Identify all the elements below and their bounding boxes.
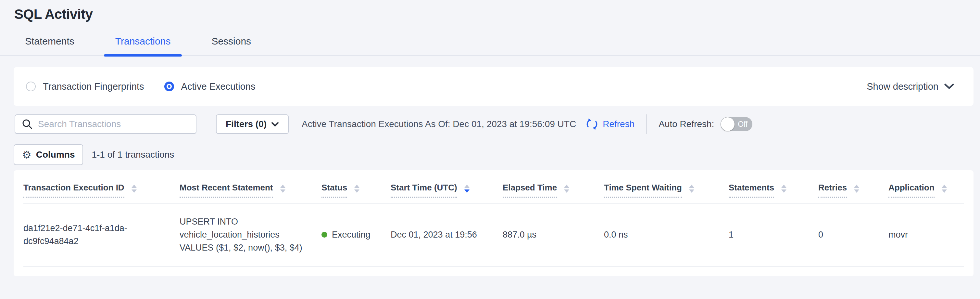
cell-most-recent-statement: UPSERT INTO vehicle_location_histories V… bbox=[180, 203, 321, 266]
as-of-timestamp: Active Transaction Executions As Of: Dec… bbox=[302, 119, 576, 130]
sort-icon bbox=[564, 185, 569, 193]
radio-selected-icon bbox=[164, 82, 174, 91]
column-label: Retries bbox=[818, 183, 847, 198]
sort-icon bbox=[132, 185, 137, 193]
column-header-start-time[interactable]: Start Time (UTC) bbox=[391, 178, 503, 203]
refresh-label: Refresh bbox=[603, 119, 635, 130]
column-label: Application bbox=[888, 183, 935, 198]
columns-label: Columns bbox=[36, 149, 75, 160]
radio-unselected-icon bbox=[26, 82, 36, 91]
radio-transaction-fingerprints[interactable]: Transaction Fingerprints bbox=[26, 81, 144, 92]
column-header-elapsed-time[interactable]: Elapsed Time bbox=[503, 178, 604, 203]
column-header-transaction-execution-id[interactable]: Transaction Execution ID bbox=[23, 178, 180, 203]
sort-icon bbox=[354, 185, 360, 193]
gear-icon: ⚙ bbox=[22, 149, 32, 160]
show-description-label: Show description bbox=[867, 81, 939, 92]
cell-transaction-execution-id[interactable]: da1f21e2-de71-4c1f-a1da-dc9fc94a84a2 bbox=[23, 203, 180, 266]
columns-button[interactable]: ⚙ Columns bbox=[14, 144, 83, 165]
radio-active-executions[interactable]: Active Executions bbox=[164, 81, 256, 92]
column-label: Time Spent Waiting bbox=[604, 183, 682, 198]
result-count: 1-1 of 1 transactions bbox=[92, 149, 174, 160]
column-label: Status bbox=[321, 183, 347, 198]
sort-icon bbox=[689, 185, 694, 193]
divider bbox=[646, 114, 647, 134]
column-header-most-recent-statement[interactable]: Most Recent Statement bbox=[180, 178, 321, 203]
view-mode-card: Transaction Fingerprints Active Executio… bbox=[14, 67, 974, 106]
cell-elapsed-time: 887.0 µs bbox=[503, 203, 604, 266]
cell-time-spent-waiting: 0.0 ns bbox=[604, 203, 729, 266]
cell-retries: 0 bbox=[818, 203, 888, 266]
transactions-table-card: Transaction Execution ID Most Recent Sta… bbox=[14, 170, 974, 276]
column-label: Elapsed Time bbox=[503, 183, 557, 198]
column-label: Start Time (UTC) bbox=[391, 183, 457, 198]
show-description-toggle[interactable]: Show description bbox=[867, 81, 954, 92]
refresh-button[interactable]: Refresh bbox=[585, 117, 635, 131]
transactions-table: Transaction Execution ID Most Recent Sta… bbox=[23, 178, 964, 267]
column-label: Statements bbox=[729, 183, 774, 198]
table-controls: ⚙ Columns 1-1 of 1 transactions bbox=[14, 144, 974, 165]
tab-statements[interactable]: Statements bbox=[14, 36, 86, 55]
status-executing-dot-icon bbox=[321, 232, 327, 238]
auto-refresh-toggle[interactable]: Off bbox=[721, 117, 752, 131]
cell-start-time: Dec 01, 2023 at 19:56 bbox=[391, 203, 503, 266]
radio-label: Transaction Fingerprints bbox=[43, 81, 144, 92]
auto-refresh-label: Auto Refresh: bbox=[659, 119, 714, 130]
status-label: Executing bbox=[332, 228, 371, 241]
cell-status: Executing bbox=[321, 203, 391, 266]
filters-button[interactable]: Filters (0) bbox=[216, 114, 289, 134]
sort-icon bbox=[854, 185, 859, 193]
sort-icon bbox=[280, 185, 285, 193]
table-header-row: Transaction Execution ID Most Recent Sta… bbox=[23, 178, 964, 203]
tab-sessions[interactable]: Sessions bbox=[200, 36, 262, 55]
search-input[interactable] bbox=[38, 119, 189, 130]
column-header-retries[interactable]: Retries bbox=[818, 178, 888, 203]
column-label: Most Recent Statement bbox=[180, 183, 273, 198]
chevron-down-icon bbox=[271, 122, 279, 127]
tab-transactions[interactable]: Transactions bbox=[104, 36, 182, 55]
chevron-down-icon bbox=[944, 83, 954, 90]
radio-label: Active Executions bbox=[181, 81, 256, 92]
page-title: SQL Activity bbox=[14, 6, 980, 22]
column-header-application[interactable]: Application bbox=[888, 178, 964, 203]
refresh-icon bbox=[585, 117, 599, 131]
column-header-status[interactable]: Status bbox=[321, 178, 391, 203]
sort-icon-active-desc bbox=[465, 185, 469, 193]
cell-statements: 1 bbox=[729, 203, 818, 266]
column-header-time-spent-waiting[interactable]: Time Spent Waiting bbox=[604, 178, 729, 203]
filters-label: Filters (0) bbox=[226, 119, 267, 130]
toggle-state-label: Off bbox=[738, 120, 748, 129]
column-label: Transaction Execution ID bbox=[23, 183, 124, 198]
sort-icon bbox=[781, 185, 786, 193]
search-box bbox=[14, 114, 196, 134]
search-icon bbox=[22, 118, 33, 130]
column-header-statements[interactable]: Statements bbox=[729, 178, 818, 203]
toolbar: Filters (0) Active Transaction Execution… bbox=[14, 114, 974, 134]
sort-icon bbox=[942, 185, 947, 193]
toggle-knob bbox=[721, 117, 735, 131]
table-row: da1f21e2-de71-4c1f-a1da-dc9fc94a84a2 UPS… bbox=[23, 203, 964, 266]
sql-activity-tabs: Statements Transactions Sessions bbox=[0, 36, 980, 56]
cell-application: movr bbox=[888, 203, 964, 266]
